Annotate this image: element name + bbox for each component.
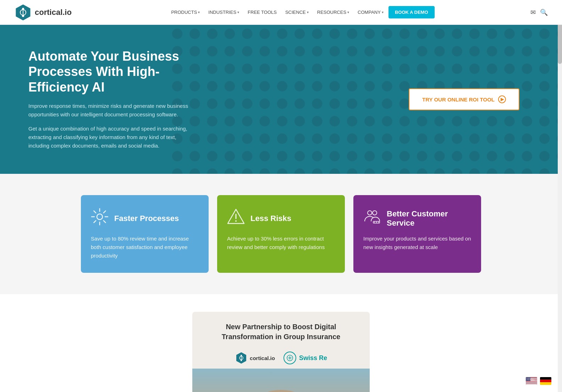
- news-image: [192, 369, 370, 392]
- logo[interactable]: cortical.io: [14, 4, 72, 21]
- hero-subtitle-2: Get a unique combination of high accurac…: [28, 125, 192, 150]
- logo-text: cortical.io: [35, 8, 72, 17]
- svg-text:★★★★★★: ★★★★★★: [526, 379, 535, 381]
- news-title: New Partnership to Boost Digital Transfo…: [204, 322, 358, 342]
- gear-icon: [91, 208, 109, 229]
- swissre-label: Swiss Re: [299, 354, 327, 362]
- news-card: New Partnership to Boost Digital Transfo…: [192, 312, 370, 392]
- swissre-logo: Swiss Re: [283, 352, 327, 364]
- hero-content: Automate Your Business Processes With Hi…: [0, 27, 220, 171]
- scrollbar[interactable]: [558, 0, 562, 392]
- swissre-icon: [283, 352, 296, 364]
- card-text: Achieve up to 30% less errors in contrac…: [227, 234, 335, 252]
- handshake-image: [192, 369, 370, 392]
- svg-rect-49: [526, 384, 537, 385]
- search-icon[interactable]: 🔍: [540, 9, 548, 16]
- chevron-down-icon: ▾: [347, 10, 349, 14]
- svg-point-12: [368, 211, 372, 215]
- navbar-actions: ✉ 🔍: [530, 9, 548, 16]
- card-header: Better Customer Service: [363, 208, 471, 229]
- svg-point-20: [241, 355, 242, 356]
- us-flag[interactable]: ★★★★★★ ★★★★★ ★★★★★★: [526, 377, 537, 385]
- arrow-right-icon: ▶: [498, 95, 506, 103]
- news-logos: cortical.io Swiss Re: [192, 347, 370, 369]
- customers-icon: [363, 208, 381, 229]
- svg-point-13: [373, 211, 377, 215]
- chevron-down-icon: ▾: [382, 10, 384, 14]
- svg-rect-47: [526, 382, 537, 382]
- card-text: Improve your products and services based…: [363, 234, 471, 252]
- svg-point-8: [97, 214, 103, 220]
- nav-item-industries[interactable]: INDUSTRIES ▾: [205, 7, 243, 18]
- news-header: New Partnership to Boost Digital Transfo…: [192, 312, 370, 347]
- svg-point-21: [241, 360, 242, 361]
- roi-button-container: TRY OUR ONLINE ROI TOOL ▶: [409, 88, 519, 110]
- nav-item-book-demo[interactable]: BOOK A DEMO: [389, 6, 435, 18]
- cortical-label: cortical.io: [250, 355, 275, 361]
- roi-tool-button[interactable]: TRY OUR ONLINE ROI TOOL ▶: [409, 88, 519, 110]
- card-header: Faster Processes: [91, 208, 199, 229]
- card-text: Save up to 80% review time and increase …: [91, 234, 199, 260]
- card-better-service: Better Customer Service Improve your pro…: [353, 195, 481, 273]
- hero-title: Automate Your Business Processes With Hi…: [28, 49, 192, 95]
- chevron-down-icon: ▾: [307, 10, 309, 14]
- navbar: cortical.io PRODUCTS ▾ INDUSTRIES ▾ FREE…: [0, 0, 562, 25]
- card-title: Less Risks: [250, 214, 291, 223]
- german-flag[interactable]: [540, 377, 551, 385]
- svg-rect-54: [540, 377, 551, 380]
- chevron-down-icon: ▾: [198, 10, 200, 14]
- nav-item-resources[interactable]: RESOURCES ▾: [314, 7, 353, 18]
- card-faster-processes: Faster Processes Save up to 80% review t…: [81, 195, 209, 273]
- card-header: Less Risks: [227, 208, 335, 229]
- svg-point-3: [22, 15, 24, 17]
- logo-icon: [14, 4, 32, 21]
- nav-item-company[interactable]: COMPANY ▾: [354, 7, 387, 18]
- card-title: Better Customer Service: [387, 209, 471, 228]
- cortical-hex-icon: [235, 352, 248, 364]
- svg-rect-56: [540, 382, 551, 385]
- warning-icon: [227, 208, 245, 229]
- svg-rect-55: [540, 380, 551, 382]
- language-flags: ★★★★★★ ★★★★★ ★★★★★★: [526, 377, 551, 385]
- email-icon[interactable]: ✉: [530, 9, 536, 16]
- card-title: Faster Processes: [114, 214, 179, 223]
- card-less-risks: Less Risks Achieve up to 30% less errors…: [217, 195, 345, 273]
- svg-point-2: [22, 8, 24, 10]
- news-section: New Partnership to Boost Digital Transfo…: [0, 294, 562, 392]
- hero-section: Automate Your Business Processes With Hi…: [0, 25, 562, 174]
- main-nav: PRODUCTS ▾ INDUSTRIES ▾ FREE TOOLS SCIEN…: [167, 6, 434, 18]
- chevron-down-icon: ▾: [237, 10, 239, 14]
- cortical-logo: cortical.io: [235, 352, 275, 364]
- nav-item-free-tools[interactable]: FREE TOOLS: [244, 7, 280, 18]
- nav-item-science[interactable]: SCIENCE ▾: [282, 7, 312, 18]
- cards-section: Faster Processes Save up to 80% review t…: [0, 174, 562, 294]
- svg-rect-26: [192, 369, 370, 392]
- svg-rect-48: [526, 383, 537, 383]
- svg-point-11: [235, 220, 237, 222]
- hero-subtitle-1: Improve response times, minimize risks a…: [28, 102, 192, 119]
- nav-item-products[interactable]: PRODUCTS ▾: [167, 7, 203, 18]
